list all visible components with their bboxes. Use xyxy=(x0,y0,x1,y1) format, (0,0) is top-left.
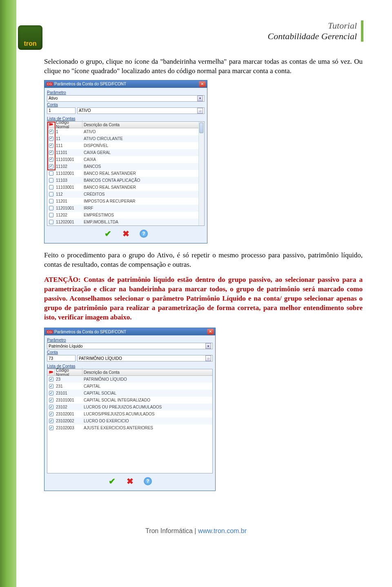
table-row[interactable]: 11202EMPRÉSTIMOS xyxy=(47,212,204,219)
row-checkbox[interactable] xyxy=(49,192,53,196)
close-icon[interactable]: ✕ xyxy=(207,329,214,335)
row-checkbox[interactable] xyxy=(49,164,53,169)
chevron-down-icon[interactable] xyxy=(205,343,211,349)
table-row[interactable]: 23102002LUCRO DO EXERCICIO xyxy=(47,417,212,424)
row-desc: PATRIMÔNIO LÍQUIDO xyxy=(82,377,212,382)
conta-code-input[interactable]: 1 xyxy=(47,107,76,114)
cancel-button[interactable]: ✖ xyxy=(125,477,135,486)
param-label: Parâmetro xyxy=(47,338,213,342)
row-checkbox[interactable] xyxy=(49,391,53,395)
row-checkbox[interactable] xyxy=(49,185,53,190)
row-checkbox[interactable] xyxy=(49,398,53,402)
dialog1-titlebar[interactable]: CG Parâmetros da Conta do SPED/FCONT ✕ xyxy=(45,80,207,88)
conta-label: Conta xyxy=(47,103,205,107)
param-combo[interactable]: Ativo xyxy=(47,95,205,102)
paragraph-1: Selecionado o grupo, clique no ícone da … xyxy=(44,57,363,76)
param-combo[interactable]: Patrimônio Líquido xyxy=(47,343,213,349)
footer-sep: | xyxy=(193,527,198,534)
close-icon[interactable]: ✕ xyxy=(199,81,205,87)
row-checkbox[interactable] xyxy=(49,143,53,148)
row-code: 23 xyxy=(55,377,82,382)
table-row[interactable]: 23102003AJUSTE EXERCICIOS ANTERIORES xyxy=(47,424,212,431)
row-code: 11102001 xyxy=(55,171,82,176)
scrollbar[interactable] xyxy=(198,122,204,225)
dialog1-title: Parâmetros da Conta do SPED/FCONT xyxy=(54,82,126,86)
row-code: 11 xyxy=(55,136,82,141)
attention-paragraph: ATENÇÃO: Contas de patrimônio líquido es… xyxy=(44,275,363,322)
grid-body[interactable]: 1ATIVO11ATIVO CIRCULANTE111DISPONÍVEL111… xyxy=(47,128,204,225)
row-checkbox[interactable] xyxy=(49,157,53,162)
help-button[interactable]: ? xyxy=(143,477,153,486)
side-watermark: Tutorial xyxy=(0,450,2,518)
row-code: 23102001 xyxy=(55,412,82,416)
table-row[interactable]: 111DISPONÍVEL xyxy=(47,142,204,149)
row-code: 11201001 xyxy=(55,206,82,210)
table-row[interactable]: 11103001BANCO REAL SANTANDER xyxy=(47,184,204,191)
scroll-thumb[interactable] xyxy=(199,123,203,133)
row-checkbox[interactable] xyxy=(49,426,53,430)
table-row[interactable]: 11ATIVO CIRCULANTE xyxy=(47,135,204,142)
row-checkbox[interactable] xyxy=(49,405,53,409)
table-row[interactable]: 231CAPITAL xyxy=(47,383,212,390)
content-area: Selecionado o grupo, clique no ícone da … xyxy=(44,57,363,498)
table-row[interactable]: 11201001IRRF xyxy=(47,205,204,212)
row-code: 11102 xyxy=(55,164,82,169)
help-button[interactable]: ? xyxy=(138,229,149,238)
row-checkbox[interactable] xyxy=(49,412,53,416)
search-icon[interactable]: ⌕ xyxy=(197,108,203,114)
attention-label: ATENÇÃO: xyxy=(44,276,80,283)
check-icon: ✔ xyxy=(109,476,116,486)
row-checkbox[interactable] xyxy=(49,377,53,382)
row-checkbox[interactable] xyxy=(49,171,53,176)
table-row[interactable]: 11201IMPOSTOS A RECUPERAR xyxy=(47,198,204,205)
table-row[interactable]: 23PATRIMÔNIO LÍQUIDO xyxy=(47,376,212,383)
row-checkbox[interactable] xyxy=(49,384,53,388)
row-code: 23101001 xyxy=(55,398,82,402)
table-row[interactable]: 23102001LUCROS/PREJUIZOS ACUMULADOS xyxy=(47,411,212,417)
row-desc: BANCO REAL SANTANDER xyxy=(82,171,204,176)
flag-all-button[interactable] xyxy=(47,122,55,128)
dialog2-titlebar[interactable]: CG Parâmetros da Conta do SPED/FCONT ✕ xyxy=(45,328,215,335)
grid-body[interactable]: 23PATRIMÔNIO LÍQUIDO231CAPITAL23101CAPIT… xyxy=(47,376,212,473)
flag-all-button[interactable] xyxy=(47,369,55,375)
dialog-buttons: ✔ ✖ ? xyxy=(47,473,213,488)
row-checkbox[interactable] xyxy=(49,199,53,203)
page-header: Tutorial Contabilidade Gerencial xyxy=(267,20,363,42)
x-icon: ✖ xyxy=(127,476,134,486)
conta-code-input[interactable]: 73 xyxy=(47,355,76,362)
row-code: 11101001 xyxy=(55,157,82,162)
row-desc: ATIVO CIRCULANTE xyxy=(82,136,204,141)
row-desc: CAPITAL SOCIAL INTEGRALIZADO xyxy=(82,398,212,402)
table-row[interactable]: 23102LUCROS OU PREJUIZOS ACUMULADOS xyxy=(47,404,212,411)
row-checkbox[interactable] xyxy=(49,178,53,183)
conta-desc-input[interactable]: ATIVO ⌕ xyxy=(77,107,205,114)
chevron-down-icon[interactable] xyxy=(197,96,203,101)
table-row[interactable]: 23101CAPITAL SOCIAL xyxy=(47,390,212,397)
row-checkbox[interactable] xyxy=(49,220,53,224)
table-row[interactable]: 11101001CAIXA xyxy=(47,156,204,163)
row-checkbox[interactable] xyxy=(49,419,53,423)
confirm-button[interactable]: ✔ xyxy=(102,229,113,238)
table-row[interactable]: 11102BANCOS xyxy=(47,163,204,170)
row-checkbox[interactable] xyxy=(49,129,53,134)
table-row[interactable]: 1ATIVO xyxy=(47,128,204,135)
row-desc: BANCOS xyxy=(82,164,204,169)
search-icon[interactable]: ⌕ xyxy=(205,355,211,361)
table-row[interactable]: 11102001BANCO REAL SANTANDER xyxy=(47,170,204,177)
table-row[interactable]: 11103BANCOS CONTA APLICAÇÃO xyxy=(47,177,204,184)
row-checkbox[interactable] xyxy=(49,150,53,155)
table-row[interactable]: 11101CAIXA GERAL xyxy=(47,149,204,156)
conta-desc-input[interactable]: PATRIMÔNIO LÍQUIDO ⌕ xyxy=(77,355,213,362)
table-row[interactable]: 11202001EMP.IMOBIL.LTDA xyxy=(47,219,204,225)
row-desc: LUCROS/PREJUIZOS ACUMULADOS xyxy=(82,412,212,416)
grid-header: Código Normal Descrição da Conta xyxy=(47,369,212,376)
row-desc: CAIXA GERAL xyxy=(82,150,204,155)
confirm-button[interactable]: ✔ xyxy=(107,477,117,486)
table-row[interactable]: 112CRÉDITOS xyxy=(47,191,204,198)
cancel-button[interactable]: ✖ xyxy=(120,229,131,238)
row-checkbox[interactable] xyxy=(49,206,53,210)
table-row[interactable]: 23101001CAPITAL SOCIAL INTEGRALIZADO xyxy=(47,397,212,404)
attention-body: Contas de patrimônio líquido estão dentr… xyxy=(44,276,363,321)
row-checkbox[interactable] xyxy=(49,213,53,217)
row-checkbox[interactable] xyxy=(49,136,53,141)
